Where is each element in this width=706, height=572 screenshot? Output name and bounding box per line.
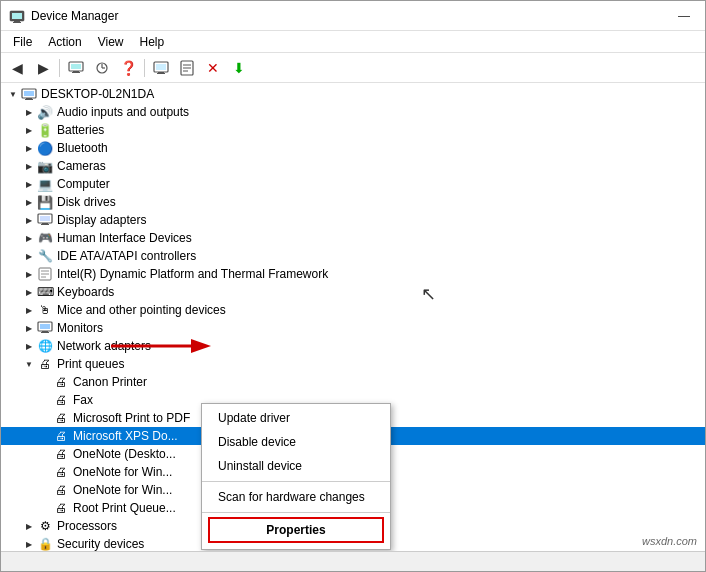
back-button[interactable]: ◀	[5, 57, 29, 79]
menu-view[interactable]: View	[90, 33, 132, 51]
forward-button[interactable]: ▶	[31, 57, 55, 79]
tree-root[interactable]: ▼ DESKTOP-0L2N1DA	[1, 85, 705, 103]
help-button[interactable]: ❓	[116, 57, 140, 79]
hid-icon: 🎮	[37, 230, 53, 246]
window-title: Device Manager	[31, 9, 118, 23]
root-expand[interactable]: ▼	[5, 86, 21, 102]
tree-item-cameras[interactable]: ▶ 📷 Cameras	[1, 157, 705, 175]
tree-item-ide[interactable]: ▶ 🔧 IDE ATA/ATAPI controllers	[1, 247, 705, 265]
toolbar: ◀ ▶ ❓	[1, 53, 705, 83]
computer-icon	[68, 60, 84, 76]
keyboards-expand[interactable]: ▶	[21, 284, 37, 300]
display-expand[interactable]: ▶	[21, 212, 37, 228]
ctx-uninstall-device[interactable]: Uninstall device	[202, 454, 390, 478]
cameras-label: Cameras	[57, 159, 106, 173]
xps-label: Microsoft XPS Do...	[73, 429, 178, 443]
ctx-scan[interactable]: Scan for hardware changes	[202, 485, 390, 509]
scan-button[interactable]	[90, 57, 114, 79]
monitors-expand[interactable]: ▶	[21, 320, 37, 336]
onenoted-icon: 🖨	[53, 446, 69, 462]
print-icon: 🖨	[37, 356, 53, 372]
tree-item-canon[interactable]: ▶ 🖨 Canon Printer	[1, 373, 705, 391]
onenotew2-icon: 🖨	[53, 482, 69, 498]
svg-rect-21	[26, 98, 32, 99]
canon-label: Canon Printer	[73, 375, 147, 389]
hid-expand[interactable]: ▶	[21, 230, 37, 246]
tree-item-display[interactable]: ▶ Display adapters	[1, 211, 705, 229]
proc-icon: ⚙	[37, 518, 53, 534]
tree-item-intel[interactable]: ▶ Intel(R) Dynamic Platform and Thermal …	[1, 265, 705, 283]
display-label: Display adapters	[57, 213, 146, 227]
minimize-button[interactable]: —	[671, 6, 697, 26]
sec-icon: 🔒	[37, 536, 53, 551]
xps-icon: 🖨	[53, 428, 69, 444]
audio-expand[interactable]: ▶	[21, 104, 37, 120]
mice-expand[interactable]: ▶	[21, 302, 37, 318]
update-button[interactable]: ⬇	[227, 57, 251, 79]
fax-icon: 🖨	[53, 392, 69, 408]
computer-button[interactable]	[64, 57, 88, 79]
tree-item-monitors[interactable]: ▶ Monitors	[1, 319, 705, 337]
canon-icon: 🖨	[53, 374, 69, 390]
svg-rect-22	[25, 99, 33, 100]
menu-help[interactable]: Help	[132, 33, 173, 51]
tree-item-mice[interactable]: ▶ 🖱 Mice and other pointing devices	[1, 301, 705, 319]
rootpq-icon: 🖨	[53, 500, 69, 516]
ctx-disable-device[interactable]: Disable device	[202, 430, 390, 454]
svg-rect-33	[42, 331, 48, 332]
print-queues-label: Print queues	[57, 357, 124, 371]
print-expand[interactable]: ▼	[21, 356, 37, 372]
keyboards-label: Keyboards	[57, 285, 114, 299]
watermark: wsxdn.com	[642, 535, 697, 547]
intel-label: Intel(R) Dynamic Platform and Thermal Fr…	[57, 267, 328, 281]
proc-expand[interactable]: ▶	[21, 518, 37, 534]
tree-item-keyboards[interactable]: ▶ ⌨ Keyboards	[1, 283, 705, 301]
ide-icon: 🔧	[37, 248, 53, 264]
network-expand[interactable]: ▶	[21, 338, 37, 354]
mice-icon: 🖱	[37, 302, 53, 318]
cameras-expand[interactable]: ▶	[21, 158, 37, 174]
svg-rect-32	[40, 324, 50, 329]
batteries-expand[interactable]: ▶	[21, 122, 37, 138]
ms-pdf-label: Microsoft Print to PDF	[73, 411, 190, 425]
ctx-update-driver[interactable]: Update driver	[202, 406, 390, 430]
bluetooth-expand[interactable]: ▶	[21, 140, 37, 156]
svg-rect-6	[73, 71, 79, 72]
computer-expand[interactable]: ▶	[21, 176, 37, 192]
context-menu: Update driver Disable device Uninstall d…	[201, 403, 391, 550]
svg-rect-20	[24, 91, 34, 96]
ctx-sep-1	[202, 481, 390, 482]
network-icon: 🌐	[37, 338, 53, 354]
monitor-button[interactable]	[149, 57, 173, 79]
cameras-icon: 📷	[37, 158, 53, 174]
properties-toolbar-button[interactable]	[175, 57, 199, 79]
tree-item-network[interactable]: ▶ 🌐 Network adapters	[1, 337, 705, 355]
delete-button[interactable]: ✕	[201, 57, 225, 79]
sec-expand[interactable]: ▶	[21, 536, 37, 551]
onenote-d-label: OneNote (Deskto...	[73, 447, 176, 461]
disk-expand[interactable]: ▶	[21, 194, 37, 210]
title-bar: Device Manager —	[1, 1, 705, 31]
root-icon	[21, 86, 37, 102]
ide-expand[interactable]: ▶	[21, 248, 37, 264]
root-label: DESKTOP-0L2N1DA	[41, 87, 154, 101]
tree-item-batteries[interactable]: ▶ 🔋 Batteries	[1, 121, 705, 139]
svg-rect-7	[72, 72, 80, 73]
tree-item-print-queues[interactable]: ▼ 🖨 Print queues	[1, 355, 705, 373]
tree-item-disk[interactable]: ▶ 💾 Disk drives	[1, 193, 705, 211]
menu-file[interactable]: File	[5, 33, 40, 51]
svg-rect-3	[13, 22, 21, 23]
audio-label: Audio inputs and outputs	[57, 105, 189, 119]
intel-expand[interactable]: ▶	[21, 266, 37, 282]
menu-action[interactable]: Action	[40, 33, 89, 51]
ctx-sep-2	[202, 512, 390, 513]
tree-item-hid[interactable]: ▶ 🎮 Human Interface Devices	[1, 229, 705, 247]
proc-label: Processors	[57, 519, 117, 533]
svg-rect-12	[156, 64, 166, 70]
network-label: Network adapters	[57, 339, 151, 353]
ctx-properties[interactable]: Properties	[208, 517, 384, 543]
tree-item-audio[interactable]: ▶ 🔊 Audio inputs and outputs	[1, 103, 705, 121]
tree-item-computer[interactable]: ▶ 💻 Computer	[1, 175, 705, 193]
svg-rect-13	[158, 72, 164, 73]
tree-item-bluetooth[interactable]: ▶ 🔵 Bluetooth	[1, 139, 705, 157]
